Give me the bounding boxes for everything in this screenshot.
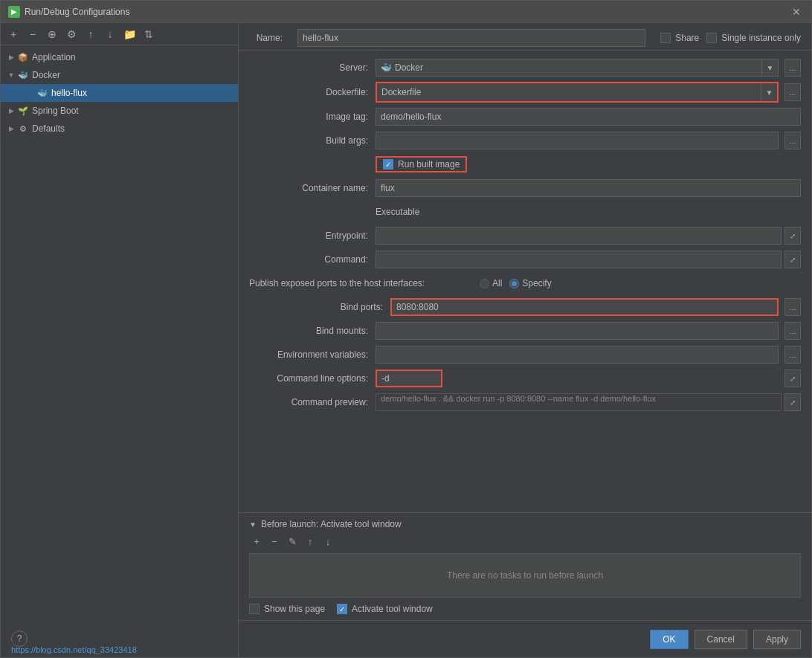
expand-spring-boot-icon[interactable]: ▶ (5, 105, 17, 117)
before-launch-collapse-icon[interactable]: ▼ (249, 520, 257, 529)
command-label: Command: (249, 254, 376, 265)
top-checkboxes: Share Single instance only (660, 33, 801, 43)
move-down-button[interactable]: ↓ (102, 26, 118, 42)
copy-config-button[interactable]: ⊕ (44, 26, 60, 42)
cmd-options-field[interactable] (376, 370, 442, 387)
container-name-field[interactable] (376, 179, 801, 197)
run-debug-dialog: ▶ Run/Debug Configurations ✕ + − ⊕ ⚙ (0, 0, 812, 658)
tree-item-spring-boot[interactable]: ▶ 🌱 Spring Boot (1, 102, 238, 120)
expand-application-icon[interactable]: ▶ (5, 51, 17, 63)
share-checkbox[interactable] (660, 33, 671, 43)
run-built-image-highlight: ✓ Run built image (376, 156, 467, 172)
folder-button[interactable]: 📁 (121, 26, 138, 42)
env-vars-ellipsis-button[interactable]: ... (784, 346, 801, 364)
single-instance-checkbox[interactable] (706, 33, 717, 43)
command-expand-button[interactable]: ⤢ (784, 251, 801, 268)
cmd-options-expand-button[interactable]: ⤢ (784, 370, 801, 387)
build-args-row: Build args: ... (249, 131, 801, 150)
before-launch-add-button[interactable]: + (249, 534, 264, 549)
radio-all-button[interactable] (480, 279, 489, 288)
radio-specify-label[interactable]: Specify (509, 278, 551, 288)
tree-label-hello-flux: hello-flux (51, 88, 87, 98)
application-icon: 📦 (17, 51, 29, 63)
build-args-label: Build args: (249, 135, 376, 146)
add-config-button[interactable]: + (5, 26, 22, 42)
spring-boot-icon: 🌱 (17, 105, 29, 117)
apply-button[interactable]: Apply (753, 630, 801, 649)
entrypoint-label: Entrypoint: (249, 230, 376, 241)
image-tag-field[interactable] (376, 108, 801, 126)
ok-button[interactable]: OK (650, 630, 688, 649)
executable-control: Executable (376, 204, 801, 220)
tree-label-docker: Docker (32, 70, 60, 80)
sort-button[interactable]: ⇅ (141, 26, 157, 42)
dockerfile-dropdown-button[interactable]: ▼ (761, 83, 777, 101)
run-built-image-checkbox-label[interactable]: ✓ Run built image (383, 159, 460, 170)
run-built-image-row: ✓ Run built image (249, 155, 801, 174)
server-ellipsis-button[interactable]: ... (784, 59, 801, 77)
build-args-ellipsis-button[interactable]: ... (784, 132, 801, 149)
show-page-checkbox[interactable] (249, 604, 260, 614)
show-page-checkbox-label[interactable]: Show this page (249, 604, 325, 614)
cmd-options-row: Command line options: ⤢ (249, 369, 801, 388)
expand-docker-icon[interactable]: ▼ (5, 69, 17, 81)
bind-ports-label: Bind ports: (264, 302, 390, 312)
share-checkbox-label[interactable]: Share (660, 33, 699, 43)
bind-ports-ellipsis-button[interactable]: ... (784, 298, 801, 316)
dockerfile-field[interactable] (377, 83, 761, 101)
dockerfile-ellipsis-button[interactable]: ... (784, 83, 801, 101)
tree-item-docker[interactable]: ▼ 🐳 Docker (1, 66, 238, 84)
cancel-button[interactable]: Cancel (695, 630, 747, 649)
entrypoint-field[interactable] (376, 227, 782, 245)
server-dropdown-button[interactable]: ▼ (762, 59, 779, 77)
cmd-preview-expand-button[interactable]: ⤢ (784, 393, 801, 411)
docker-icon: 🐳 (17, 69, 29, 81)
tree-label-application: Application (32, 52, 76, 62)
single-instance-checkbox-label[interactable]: Single instance only (706, 33, 801, 43)
activate-tool-checkbox[interactable]: ✓ (337, 604, 347, 614)
executable-label: Executable (376, 204, 419, 219)
run-built-image-checkbox[interactable]: ✓ (383, 159, 393, 170)
image-tag-row: Image tag: (249, 107, 801, 126)
launch-tasks-empty-msg: There are no tasks to run before launch (447, 570, 603, 581)
name-label: Name: (249, 33, 290, 43)
tree-label-spring-boot: Spring Boot (32, 106, 79, 116)
bind-mounts-field[interactable] (376, 322, 779, 340)
main-content: + − ⊕ ⚙ ↑ ↓ 📁 (1, 23, 811, 657)
hello-flux-icon: 🐳 (36, 87, 48, 99)
name-field[interactable] (297, 29, 645, 47)
before-launch-remove-button[interactable]: − (267, 534, 282, 549)
tree-item-hello-flux[interactable]: 🐳 hello-flux (1, 84, 238, 102)
bind-ports-field[interactable] (390, 298, 779, 316)
server-label: Server: (249, 62, 376, 73)
command-field[interactable] (376, 251, 782, 268)
move-up-button[interactable]: ↑ (83, 26, 99, 42)
before-launch-edit-button[interactable]: ✎ (285, 534, 300, 549)
cmd-preview-row: Command preview: demo/hello-flux . && do… (249, 393, 801, 412)
env-vars-field[interactable] (376, 346, 779, 364)
share-label: Share (675, 33, 699, 43)
bind-mounts-ellipsis-button[interactable]: ... (784, 322, 801, 340)
bind-ports-control: ... (390, 298, 801, 316)
remove-config-button[interactable]: − (25, 26, 41, 42)
build-args-field[interactable] (376, 132, 779, 149)
top-bar: Name: Share Single instance only (239, 23, 811, 51)
tree-item-application[interactable]: ▶ 📦 Application (1, 48, 238, 66)
entrypoint-expand-button[interactable]: ⤢ (784, 227, 801, 245)
footer: ? https://blog.csdn.net/qq_33423418 OK C… (239, 620, 811, 657)
settings-button[interactable]: ⚙ (63, 26, 80, 42)
radio-specify-button[interactable] (509, 279, 519, 288)
dockerfile-row: Dockerfile: ▼ ... (249, 82, 801, 103)
close-button[interactable]: ✕ (789, 4, 804, 19)
activate-tool-checkbox-label[interactable]: ✓ Activate tool window (337, 604, 433, 614)
before-launch-down-button[interactable]: ↓ (320, 534, 335, 549)
cmd-options-control: ⤢ (376, 370, 801, 387)
tree-item-defaults[interactable]: ▶ ⚙ Defaults (1, 120, 238, 138)
expand-defaults-icon[interactable]: ▶ (5, 123, 17, 135)
radio-all-label[interactable]: All (480, 278, 502, 288)
before-launch-up-button[interactable]: ↑ (303, 534, 318, 549)
command-control: ⤢ (376, 251, 801, 268)
server-docker-icon: 🐳 (381, 62, 392, 73)
bind-mounts-control: ... (376, 322, 801, 340)
executable-section-row: Executable (249, 202, 801, 222)
